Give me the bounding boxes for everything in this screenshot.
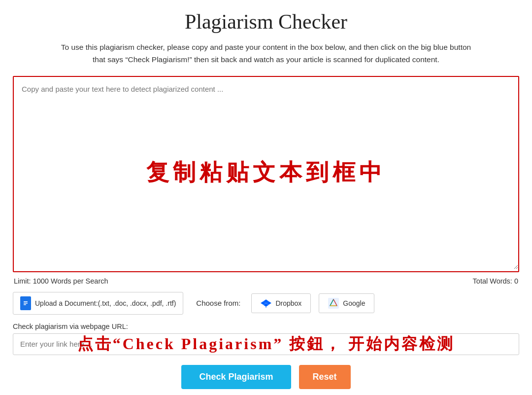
text-input-area[interactable] [14,77,518,269]
svg-rect-5 [24,303,28,304]
upload-document-button[interactable]: Upload a Document:(.txt, .doc, .docx, .p… [13,292,183,315]
choose-from-label: Choose from: [196,299,240,307]
google-drive-icon [328,298,339,309]
svg-line-10 [333,299,337,306]
check-plagiarism-button[interactable]: Check Plagiarism [181,365,291,389]
total-words-label: Total Words: 0 [473,277,518,285]
google-label: Google [343,299,365,307]
svg-marker-7 [330,299,337,306]
url-input[interactable] [13,333,519,355]
text-input-wrapper: 复制粘贴文本到框中 [13,76,519,272]
page-description: To use this plagiarism checker, please c… [13,41,519,66]
url-section-label: Check plagiarism via webpage URL: [13,323,519,330]
word-limit-label: Limit: 1000 Words per Search [14,277,108,285]
url-input-row: 点击“Check Plagiarism” 按鈕， 开始内容检测 [13,333,519,355]
upload-row: Upload a Document:(.txt, .doc, .docx, .p… [13,292,519,315]
dropbox-button[interactable]: Dropbox [251,293,311,313]
dropbox-label: Dropbox [275,299,301,307]
file-icon [20,296,31,310]
upload-button-label: Upload a Document:(.txt, .doc, .docx, .p… [35,299,176,307]
action-buttons-row: Check Plagiarism Reset [13,365,519,389]
svg-line-8 [330,299,333,306]
page-title: Plagiarism Checker [13,10,519,34]
reset-button[interactable]: Reset [299,365,351,389]
url-section: Check plagiarism via webpage URL: 点击“Che… [13,323,519,355]
svg-rect-4 [24,301,28,302]
google-button[interactable]: Google [319,293,374,313]
svg-rect-6 [24,304,26,305]
dropbox-icon [261,298,271,309]
word-limits-row: Limit: 1000 Words per Search Total Words… [13,277,519,285]
